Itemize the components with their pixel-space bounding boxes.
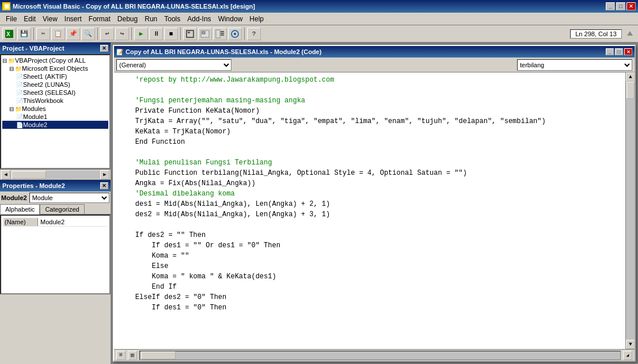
scroll-up-btn[interactable]: ▲ — [626, 72, 635, 82]
menu-debug[interactable]: Debug — [114, 14, 141, 24]
menu-run[interactable]: Run — [141, 14, 161, 24]
toolbar-projectexp-btn[interactable] — [198, 28, 212, 40]
svg-marker-12 — [627, 31, 633, 36]
app-icon: ▣ — [2, 2, 10, 10]
minimize-button[interactable]: _ — [606, 2, 615, 10]
tab-categorized[interactable]: Categorized — [40, 204, 84, 214]
toolbar-cut-btn[interactable]: ✂ — [36, 28, 50, 40]
thisworkbook-icon: 📄 — [16, 98, 23, 104]
menu-file[interactable]: File — [2, 14, 20, 24]
toolbar-run-btn[interactable]: ▶ — [134, 28, 148, 40]
menu-format[interactable]: Format — [85, 14, 114, 24]
toolbar-stop-btn[interactable]: ■ — [164, 28, 178, 40]
title-bar-title: Microsoft Visual Basic - Copy of ALL BRI… — [13, 3, 606, 10]
toolbar-props-btn[interactable] — [213, 28, 227, 40]
project-panel-header: Project - VBAProject ✕ — [0, 43, 111, 54]
toolbar-objbrowse-btn[interactable] — [228, 28, 242, 40]
toolbar-undo-btn[interactable]: ↩ — [100, 28, 114, 40]
props-name-val: Module2 — [38, 218, 107, 226]
project-tree[interactable]: ⊟ 📁 VBAProject (Copy of ALL ⊟ 📁 Microsof… — [0, 54, 111, 169]
properties-panel-title: Properties - Module2 — [2, 182, 65, 189]
main-layout: Project - VBAProject ✕ ⊟ 📁 VBAProject (C… — [0, 43, 638, 364]
toolbar-redo-btn[interactable]: ↪ — [115, 28, 129, 40]
tree-sheet1[interactable]: 📄 Sheet1 (AKTIF) — [2, 72, 108, 81]
code-window-minimize[interactable]: _ — [606, 48, 614, 55]
project-panel-close[interactable]: ✕ — [100, 45, 108, 52]
view-module-icon[interactable]: ⊞ — [128, 351, 137, 360]
tab-alphabetic[interactable]: Alphabetic — [0, 204, 40, 214]
svg-rect-5 — [202, 32, 205, 34]
tree-thisworkbook[interactable]: 📄 ThisWorkbook — [2, 97, 108, 105]
module-type-dropdown[interactable]: Module — [29, 193, 109, 203]
module2-icon: 📄 — [16, 122, 23, 128]
sheet3-icon: 📄 — [16, 90, 23, 96]
terbilang-dropdown[interactable]: terbilang — [517, 59, 632, 71]
menu-tools[interactable]: Tools — [161, 14, 184, 24]
thisworkbook-label: ThisWorkbook — [23, 97, 63, 104]
menu-window[interactable]: Window — [215, 14, 246, 24]
properties-panel-close[interactable]: ✕ — [100, 182, 108, 189]
excel-objects-label: Microsoft Excel Objects — [22, 65, 88, 72]
toolbar-designer-btn[interactable] — [183, 28, 197, 40]
menu-edit[interactable]: Edit — [20, 14, 39, 24]
vbaproject-expand-icon: ⊟ — [2, 58, 7, 64]
excel-objects-expand-icon: ⊟ — [9, 66, 14, 72]
sheet1-icon: 📄 — [16, 74, 23, 80]
svg-rect-3 — [188, 32, 190, 33]
toolbar-excel-icon[interactable]: X — [2, 28, 16, 40]
properties-panel: Properties - Module2 ✕ Module2 Module Al… — [0, 179, 111, 294]
resize-corner[interactable]: ◢ — [623, 351, 632, 360]
scroll-thumb[interactable] — [626, 82, 635, 99]
project-scroll-right[interactable]: ▶ — [100, 170, 109, 179]
scroll-track[interactable] — [626, 82, 635, 340]
maximize-button[interactable]: □ — [616, 2, 625, 10]
toolbar-sep3 — [131, 28, 132, 40]
module-name-label: Module2 — [1, 194, 27, 201]
tree-module1[interactable]: 📄 Module1 — [2, 113, 108, 121]
tree-vbaproject[interactable]: ⊟ 📁 VBAProject (Copy of ALL — [2, 56, 108, 64]
menu-addins[interactable]: Add-Ins — [184, 14, 214, 24]
tree-sheet2[interactable]: 📄 Sheet2 (LUNAS) — [2, 81, 108, 89]
vbaproject-label: VBAProject (Copy of ALL — [15, 57, 86, 64]
project-scroll-track[interactable] — [10, 171, 100, 179]
code-window-maximize[interactable]: □ — [615, 48, 623, 55]
code-window-close[interactable]: ✕ — [624, 48, 632, 55]
tree-sheet3[interactable]: 📄 Sheet3 (SELESAI) — [2, 89, 108, 97]
close-button[interactable]: ✕ — [626, 2, 636, 10]
tree-module2[interactable]: 📄 Module2 — [2, 121, 108, 129]
project-scroll-thumb[interactable] — [12, 171, 46, 179]
toolbar-sep5 — [244, 28, 245, 40]
scroll-down-btn[interactable]: ▼ — [626, 340, 635, 349]
modules-icon: 📁 — [15, 106, 22, 112]
hscroll-thumb[interactable] — [141, 351, 176, 359]
vertical-scrollbar[interactable]: ▲ ▼ — [625, 72, 635, 349]
tree-modules[interactable]: ⊟ 📁 Modules — [2, 105, 108, 113]
toolbar-paste-btn[interactable]: 📌 — [66, 28, 80, 40]
menu-view[interactable]: View — [39, 14, 61, 24]
menu-insert[interactable]: Insert — [61, 14, 85, 24]
code-window-icon: 📝 — [116, 49, 123, 55]
code-window: 📝 Copy of ALL BRI NEGARA-LUNAS-SELESAI.x… — [113, 45, 636, 362]
project-hscroll[interactable]: ◀ ▶ — [0, 169, 111, 179]
svg-rect-2 — [187, 30, 193, 37]
project-scroll-left[interactable]: ◀ — [1, 170, 10, 179]
toolbar-pause-btn[interactable]: ⏸ — [149, 28, 163, 40]
toolbar-copy-btn[interactable]: 📋 — [51, 28, 65, 40]
general-dropdown[interactable]: (General) — [116, 59, 231, 71]
modules-label: Modules — [22, 105, 46, 112]
tree-excel-objects[interactable]: ⊟ 📁 Microsoft Excel Objects — [2, 64, 108, 72]
toolbar-help-btn[interactable]: ? — [247, 28, 261, 40]
menu-bar: File Edit View Insert Format Debug Run T… — [0, 13, 638, 25]
project-panel-title: Project - VBAProject — [2, 45, 64, 52]
code-toolbar: (General) terbilang — [114, 58, 635, 72]
toolbar: X 💾 ✂ 📋 📌 🔍 ↩ ↪ ▶ ⏸ ■ ? Ln 298, Col 13 — [0, 25, 638, 43]
view-proc-icon[interactable]: ≡ — [116, 351, 126, 360]
menu-help[interactable]: Help — [246, 14, 267, 24]
toolbar-save-btn[interactable]: 💾 — [17, 28, 31, 40]
code-window-title: Copy of ALL BRI NEGARA-LUNAS-SELESAI.xls… — [126, 48, 605, 55]
code-editor[interactable]: 'repost by http://www.Jawarakampung.blog… — [114, 72, 625, 349]
horizontal-scrollbar[interactable] — [139, 351, 621, 360]
toolbar-sep4 — [180, 28, 181, 40]
sheet3-label: Sheet3 (SELESAI) — [23, 89, 75, 96]
toolbar-find-btn[interactable]: 🔍 — [81, 28, 95, 40]
